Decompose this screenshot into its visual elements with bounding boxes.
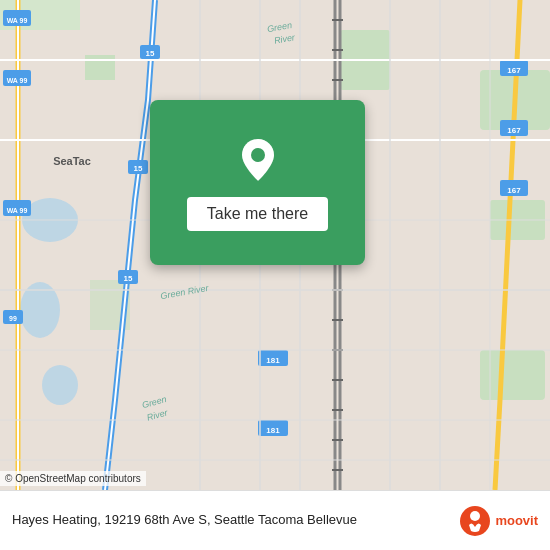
svg-text:SeaTac: SeaTac [53,155,91,167]
svg-point-77 [470,511,480,521]
svg-point-75 [251,148,265,162]
moovit-logo: moovit [459,505,538,537]
svg-text:15: 15 [134,164,143,173]
svg-text:WA 99: WA 99 [7,77,28,84]
svg-text:181: 181 [266,356,280,365]
svg-text:99: 99 [9,315,17,322]
map-container: 15 15 15 167 167 181 181 [0,0,550,490]
moovit-brand-text: moovit [495,513,538,528]
osm-attribution: © OpenStreetMap contributors [0,471,146,486]
svg-text:167: 167 [507,126,521,135]
location-card[interactable]: Take me there [150,100,365,265]
bottom-bar: Hayes Heating, 19219 68th Ave S, Seattle… [0,490,550,550]
location-pin-icon [234,135,282,183]
svg-text:WA 99: WA 99 [7,17,28,24]
svg-point-3 [42,365,78,405]
svg-rect-9 [85,55,115,80]
svg-text:15: 15 [124,274,133,283]
svg-text:181: 181 [266,426,280,435]
svg-text:WA 99: WA 99 [7,207,28,214]
svg-text:167: 167 [507,66,521,75]
address-text: Hayes Heating, 19219 68th Ave S, Seattle… [12,512,449,529]
svg-text:167: 167 [507,186,521,195]
moovit-logo-icon [459,505,491,537]
svg-text:15: 15 [146,49,155,58]
take-me-there-button[interactable]: Take me there [187,197,328,231]
